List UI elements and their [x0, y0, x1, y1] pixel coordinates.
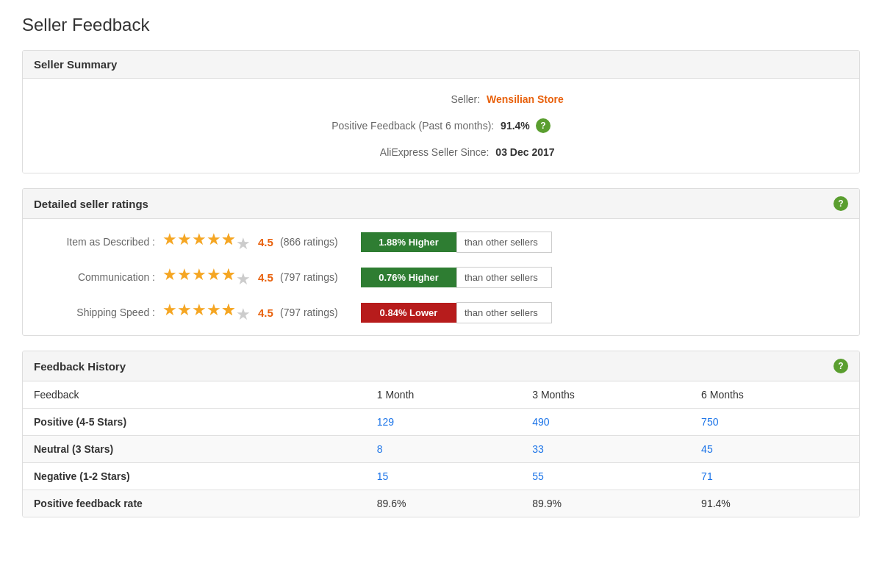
feedback-history-card: Feedback History ? Feedback1 Month3 Mont…: [22, 351, 860, 517]
table-row: Positive (4-5 Stars)129490750: [23, 409, 859, 436]
feedback-category: Positive (4-5 Stars): [23, 409, 366, 436]
table-row: Neutral (3 Stars)83345: [23, 436, 859, 463]
comparison-text: than other sellers: [456, 232, 552, 253]
feedback-value: 45: [690, 436, 859, 463]
detailed-ratings-title: Detailed seller ratings: [34, 198, 148, 210]
comparison-badge: 0.84% Lower: [361, 303, 456, 323]
feedback-value: 91.4%: [501, 120, 530, 132]
seller-name-row: Seller: Wensilian Store: [45, 93, 837, 105]
feedback-category: Neutral (3 Stars): [23, 436, 366, 463]
table-row: Negative (1-2 Stars)155571: [23, 463, 859, 490]
table-header-row: Feedback1 Month3 Months6 Months: [23, 381, 859, 409]
feedback-value: 33: [521, 436, 690, 463]
feedback-value: 750: [690, 409, 859, 436]
comparison-text: than other sellers: [456, 267, 552, 288]
table-column-header: 1 Month: [366, 381, 522, 409]
comparison-container: 0.76% Higherthan other sellers: [361, 267, 552, 288]
table-row: Positive feedback rate89.6%89.9%91.4%: [23, 490, 859, 517]
rating-label: Shipping Speed :: [37, 306, 155, 318]
rating-score: 4.5: [258, 236, 276, 248]
full-star-icon: ★: [162, 230, 177, 254]
feedback-table-body: Positive (4-5 Stars)129490750Neutral (3 …: [23, 409, 859, 517]
feedback-value: 490: [521, 409, 690, 436]
seller-summary-header: Seller Summary: [23, 51, 859, 79]
full-star-icon: ★: [177, 265, 192, 289]
full-star-icon: ★: [162, 265, 177, 289]
feedback-help-icon[interactable]: ?: [536, 118, 551, 133]
full-star-icon: ★: [207, 230, 221, 254]
full-star-icon: ★: [192, 301, 207, 324]
detailed-ratings-card: Detailed seller ratings ? Item as Descri…: [22, 188, 860, 336]
seller-summary-body: Seller: Wensilian Store Positive Feedbac…: [23, 79, 859, 173]
feedback-history-header: Feedback History ?: [23, 351, 859, 381]
table-column-header: 6 Months: [690, 381, 859, 409]
half-star-icon: ★★: [221, 301, 251, 324]
rating-row: Item as Described :★★★★★★4.5(866 ratings…: [37, 230, 845, 254]
seller-link[interactable]: Wensilian Store: [487, 93, 564, 105]
feedback-label: Positive Feedback (Past 6 months):: [331, 120, 494, 132]
page-title: Seller Feedback: [22, 15, 860, 35]
since-value: 03 Dec 2017: [495, 146, 554, 158]
feedback-value: 71: [690, 463, 859, 490]
history-help-icon[interactable]: ?: [833, 359, 848, 373]
seller-summary-title: Seller Summary: [34, 58, 117, 71]
feedback-value: 15: [366, 463, 522, 490]
since-row: AliExpress Seller Since: 03 Dec 2017: [45, 146, 837, 158]
feedback-value: 8: [366, 436, 522, 463]
rating-count: (797 ratings): [280, 271, 346, 283]
full-star-icon: ★: [207, 301, 221, 324]
comparison-badge: 1.88% Higher: [361, 232, 456, 252]
feedback-value: 55: [521, 463, 690, 490]
seller-label: Seller:: [318, 93, 480, 105]
feedback-value: 129: [366, 409, 522, 436]
detailed-ratings-header: Detailed seller ratings ?: [23, 189, 859, 219]
feedback-row: Positive Feedback (Past 6 months): 91.4%…: [45, 118, 837, 133]
comparison-text: than other sellers: [456, 302, 552, 323]
feedback-table-head: Feedback1 Month3 Months6 Months: [23, 381, 859, 409]
feedback-category: Positive feedback rate: [23, 490, 366, 517]
rating-count: (866 ratings): [280, 236, 346, 248]
feedback-value: 89.9%: [521, 490, 690, 517]
rating-label: Communication :: [37, 271, 155, 283]
full-star-icon: ★: [162, 301, 177, 324]
comparison-container: 1.88% Higherthan other sellers: [361, 232, 552, 253]
rating-score: 4.5: [258, 271, 276, 284]
full-star-icon: ★: [192, 230, 207, 254]
half-star-icon: ★★: [221, 230, 251, 254]
star-rating: ★★★★★★: [162, 230, 251, 254]
star-rating: ★★★★★★: [162, 301, 251, 324]
feedback-history-title: Feedback History: [34, 360, 126, 373]
half-star-icon: ★★: [221, 265, 251, 289]
feedback-category: Negative (1-2 Stars): [23, 463, 366, 490]
full-star-icon: ★: [177, 301, 192, 324]
full-star-icon: ★: [192, 265, 207, 289]
rating-score: 4.5: [258, 306, 276, 319]
rating-row: Shipping Speed :★★★★★★4.5(797 ratings)0.…: [37, 301, 845, 324]
full-star-icon: ★: [177, 230, 192, 254]
table-column-header: Feedback: [23, 381, 366, 409]
ratings-help-icon[interactable]: ?: [833, 196, 848, 211]
rating-count: (797 ratings): [280, 306, 346, 318]
star-rating: ★★★★★★: [162, 265, 251, 289]
comparison-container: 0.84% Lowerthan other sellers: [361, 302, 552, 323]
table-column-header: 3 Months: [521, 381, 690, 409]
seller-summary-card: Seller Summary Seller: Wensilian Store P…: [22, 50, 860, 173]
rating-row: Communication :★★★★★★4.5(797 ratings)0.7…: [37, 265, 845, 289]
feedback-value: 91.4%: [690, 490, 859, 517]
ratings-grid: Item as Described :★★★★★★4.5(866 ratings…: [23, 219, 859, 335]
comparison-badge: 0.76% Higher: [361, 268, 456, 287]
full-star-icon: ★: [207, 265, 221, 289]
feedback-table: Feedback1 Month3 Months6 Months Positive…: [23, 381, 859, 517]
feedback-value: 89.6%: [366, 490, 522, 517]
rating-label: Item as Described :: [37, 236, 155, 248]
since-label: AliExpress Seller Since:: [327, 146, 489, 158]
